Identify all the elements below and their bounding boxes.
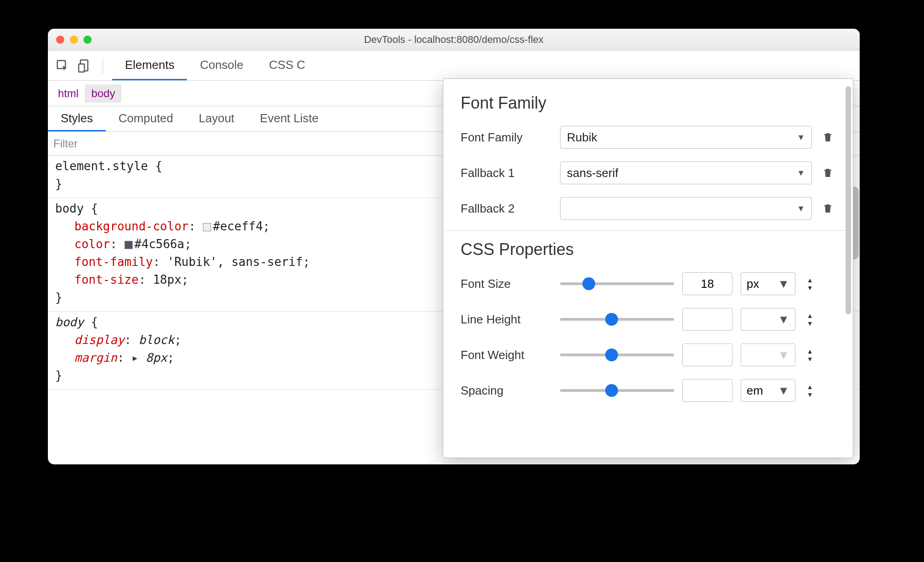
font-row-label: Fallback 1 [461,166,552,180]
prop-label: Spacing [461,384,552,398]
prop-slider[interactable] [560,389,674,392]
prop-value-input[interactable] [682,308,732,331]
font-family-row: Fallback 2 ▼ [461,195,836,222]
chevron-down-icon: ▼ [797,133,805,142]
slider-thumb[interactable] [605,384,618,397]
chevron-down-icon: ▼ [778,384,789,398]
chevron-down-icon: ▼ [797,204,805,213]
step-up-icon[interactable]: ▲ [807,348,813,354]
font-editor-panel: Font Family Font Family Rubik ▼ Fallback… [443,78,853,458]
main-tabs: Elements Console CSS C [112,51,318,80]
close-window-button[interactable] [56,36,64,44]
delete-font-button[interactable] [820,167,836,179]
prop-label: Line Height [461,312,552,327]
step-down-icon[interactable]: ▼ [807,391,813,398]
tab-console-label: Console [200,58,243,72]
window-title: DevTools - localhost:8080/demo/css-flex [48,34,860,46]
main-toolbar: Elements Console CSS C [48,51,860,81]
panel-scrollbar-thumb[interactable] [846,86,851,314]
section-divider [443,230,853,231]
slider-thumb[interactable] [605,349,618,361]
prop-slider[interactable] [560,318,674,321]
chevron-down-icon: ▼ [797,168,805,178]
titlebar: DevTools - localhost:8080/demo/css-flex [48,29,860,51]
prop-label: Font Size [461,277,552,291]
toolbar-separator [103,57,103,74]
font-family-section-title: Font Family [461,94,836,113]
subtab-styles-label: Styles [61,111,93,125]
css-prop-row: Font Size 18 px ▼ ▲ ▼ [461,270,836,297]
subtab-computed-label: Computed [119,111,173,125]
delete-font-button[interactable] [820,131,836,144]
devtools-window: DevTools - localhost:8080/demo/css-flex … [48,29,860,464]
chevron-down-icon: ▼ [778,312,789,327]
prop-value-input[interactable] [682,343,732,366]
tab-elements[interactable]: Elements [112,51,187,80]
prop-stepper[interactable]: ▲ ▼ [804,348,816,362]
step-up-icon[interactable]: ▲ [807,312,813,319]
tab-css-overview[interactable]: CSS C [256,51,318,80]
prop-stepper[interactable]: ▲ ▼ [804,384,816,398]
subtab-event-listeners-label: Event Liste [260,111,319,125]
unit-value: px [747,277,759,291]
unit-value: em [747,384,763,398]
tab-css-overview-label: CSS C [269,58,305,72]
font-row-label: Font Family [461,130,552,145]
tab-console[interactable]: Console [187,51,256,80]
delete-font-button[interactable] [820,202,836,215]
prop-unit-select[interactable]: em ▼ [741,379,795,402]
font-select-value: Rubik [567,130,597,145]
prop-stepper[interactable]: ▲ ▼ [804,312,816,327]
slider-thumb[interactable] [582,277,595,290]
prop-stepper[interactable]: ▲ ▼ [804,277,816,291]
tab-elements-label: Elements [125,58,174,72]
traffic-lights [48,36,92,44]
subtab-styles[interactable]: Styles [48,106,106,131]
prop-unit-select[interactable]: px ▼ [741,272,795,295]
font-row-label: Fallback 2 [461,202,552,216]
prop-unit-select[interactable]: ▼ [741,343,795,366]
zoom-window-button[interactable] [83,36,92,44]
step-down-icon[interactable]: ▼ [807,356,813,362]
prop-unit-select[interactable]: ▼ [741,308,795,331]
minimize-window-button[interactable] [70,36,78,44]
step-down-icon[interactable]: ▼ [807,320,813,327]
css-prop-row: Spacing em ▼ ▲ ▼ [461,377,836,404]
subtab-computed[interactable]: Computed [106,106,186,131]
prop-value-input[interactable]: 18 [682,272,732,295]
prop-slider[interactable] [560,354,674,356]
chevron-down-icon: ▼ [778,277,789,291]
font-select[interactable]: sans-serif ▼ [560,161,812,184]
svg-rect-2 [79,64,85,72]
device-toolbar-icon[interactable] [75,57,93,75]
css-prop-row: Font Weight ▼ ▲ ▼ [461,341,836,369]
prop-slider[interactable] [560,282,674,285]
font-select[interactable]: ▼ [560,197,812,220]
crumb-body[interactable]: body [85,84,121,103]
prop-label: Font Weight [461,348,552,362]
font-select-value: sans-serif [567,166,618,180]
slider-thumb[interactable] [605,313,618,326]
inspect-element-icon[interactable] [53,57,72,75]
step-up-icon[interactable]: ▲ [807,277,813,283]
prop-value-input[interactable] [682,379,732,402]
subtab-layout[interactable]: Layout [186,106,247,131]
font-select[interactable]: Rubik ▼ [560,126,812,149]
subtab-event-listeners[interactable]: Event Liste [247,106,332,131]
css-properties-section-title: CSS Properties [461,240,836,259]
crumb-html[interactable]: html [52,84,85,103]
chevron-down-icon: ▼ [778,348,789,362]
step-up-icon[interactable]: ▲ [807,384,813,390]
font-family-row: Font Family Rubik ▼ [461,124,836,151]
step-down-icon[interactable]: ▼ [807,285,813,291]
css-prop-row: Line Height ▼ ▲ ▼ [461,306,836,333]
subtab-layout-label: Layout [199,111,234,125]
font-family-row: Fallback 1 sans-serif ▼ [461,159,836,187]
